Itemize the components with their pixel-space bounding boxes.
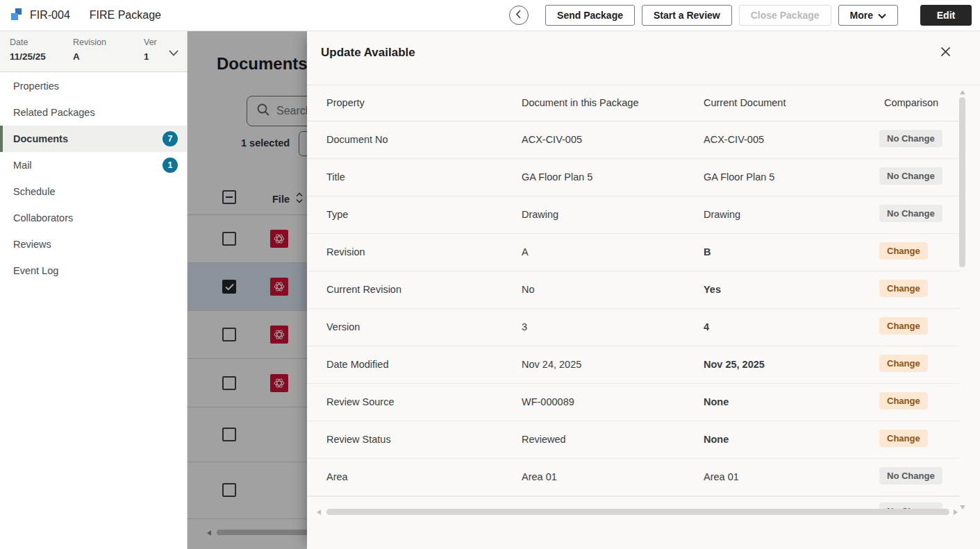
comparison-badge: Change [879, 317, 928, 335]
package-value: GA Floor Plan 5 [522, 171, 592, 183]
comparison-row: Current Revision No Yes Change [307, 271, 960, 309]
current-value: GA Floor Plan 5 [704, 171, 774, 183]
col-current: Current Document [704, 97, 786, 108]
meta-date: Date 11/25/25 [10, 37, 46, 62]
edit-button[interactable]: Edit [920, 5, 972, 26]
sidebar-item-label: Schedule [13, 186, 55, 197]
back-button[interactable] [509, 6, 529, 25]
comparison-badge: No Change [879, 467, 942, 484]
sidebar-item-documents[interactable]: Documents 7 [0, 126, 187, 152]
comparison-row: Title GA Floor Plan 5 GA Floor Plan 5 No… [307, 159, 960, 196]
comparison-badge: No Change [879, 205, 942, 222]
comparison-badge: No Change [879, 130, 942, 147]
send-package-button[interactable]: Send Package [545, 5, 635, 26]
sidebar-item-mail[interactable]: Mail 1 [0, 152, 187, 178]
revision-value: A [73, 51, 80, 62]
comparison-row: Review Status Reviewed None Change [307, 421, 960, 459]
comparison-badge: Change [879, 242, 928, 260]
package-meta-bar: Date 11/25/25 Revision A Ver 1 [0, 31, 187, 72]
comparison-badge: No Change [879, 502, 942, 509]
date-label: Date [10, 37, 46, 47]
package-id: FIR-004 [30, 9, 70, 22]
close-icon[interactable] [940, 47, 951, 60]
package-value: Reviewed [522, 434, 566, 445]
modal-horizontal-scrollbar[interactable] [326, 509, 949, 515]
current-value: B [704, 246, 711, 257]
date-value: 11/25/25 [10, 51, 46, 62]
meta-version: Ver 1 [144, 37, 157, 62]
more-button[interactable]: More [838, 5, 898, 26]
sidebar-item-schedule[interactable]: Schedule [0, 178, 187, 205]
comparison-badge: Change [879, 355, 928, 372]
ver-value: 1 [144, 51, 149, 62]
current-value: Nov 25, 2025 [704, 359, 765, 370]
sidebar-item-event-log[interactable]: Event Log [0, 257, 187, 284]
current-value: 4 [704, 321, 709, 332]
meta-expand-chevron-icon[interactable] [169, 47, 178, 59]
property-name: Current Revision [326, 284, 401, 295]
sidebar-menu: Properties Related Packages Documents 7 … [0, 72, 187, 284]
property-name: Type [326, 209, 348, 220]
property-name: Title [326, 171, 345, 183]
package-value: Nov 24, 2025 [522, 359, 581, 370]
property-name: Date Modified [326, 359, 388, 370]
comparison-row: Version 3 4 Change [307, 309, 960, 346]
sidebar-item-label: Collaborators [13, 212, 73, 223]
property-name: Document No [326, 134, 388, 145]
comparison-row: Date Modified Nov 24, 2025 Nov 25, 2025 … [307, 346, 960, 384]
package-value: 3 [522, 321, 527, 332]
close-package-button[interactable]: Close Package [739, 5, 831, 26]
current-value: Yes [704, 284, 721, 295]
vscroll-up-arrow-icon[interactable] [960, 90, 965, 94]
modal-title: Update Available [321, 46, 415, 60]
comparison-row: Document No ACX-CIV-005 ACX-CIV-005 No C… [307, 121, 960, 159]
meta-revision: Revision A [73, 37, 106, 62]
comparison-row: Review Source WF-000089 None Change [307, 384, 960, 421]
sidebar-item-label: Event Log [13, 265, 58, 276]
sidebar-item-label: Documents [13, 133, 68, 144]
vscroll-down-arrow-icon[interactable] [960, 505, 965, 509]
update-available-modal: Update Available Property Document in th… [307, 31, 980, 549]
property-name: Review Status [326, 434, 391, 445]
sidebar-item-label: Mail [13, 160, 32, 171]
package-value: A [522, 246, 529, 257]
modal-vertical-scrollbar[interactable] [959, 97, 965, 267]
current-value: Area 01 [704, 471, 739, 482]
mail-count-badge: 1 [163, 158, 178, 173]
top-bar: FIR-004 FIRE Package Send Package Start … [0, 0, 980, 31]
comparison-badge: Change [879, 430, 928, 447]
comparison-row: Area Area 01 Area 01 No Change [307, 459, 960, 496]
current-value: Drawing [704, 209, 740, 220]
package-value: Area 01 [522, 471, 557, 482]
col-property: Property [326, 97, 365, 108]
comparison-row: Type Drawing Drawing No Change [307, 196, 960, 234]
sidebar-item-reviews[interactable]: Reviews [0, 231, 187, 257]
hscroll-left-arrow-icon[interactable] [317, 509, 321, 515]
chevron-left-icon [514, 9, 524, 22]
property-name: Version [326, 321, 360, 332]
sidebar: Date 11/25/25 Revision A Ver 1 Propertie… [0, 31, 188, 549]
hscroll-right-arrow-icon[interactable] [954, 509, 958, 515]
package-value: WF-000089 [522, 396, 574, 407]
property-name: Revision [326, 246, 365, 257]
revision-label: Revision [73, 37, 106, 47]
chevron-down-icon [878, 10, 886, 21]
package-value: No [522, 284, 535, 295]
sidebar-item-related-packages[interactable]: Related Packages [0, 99, 187, 126]
package-header: FIR-004 FIRE Package [0, 8, 161, 24]
package-icon [10, 8, 23, 24]
current-value: ACX-CIV-005 [704, 134, 764, 145]
start-review-button[interactable]: Start a Review [642, 5, 732, 26]
comparison-table-header: Property Document in this Package Curren… [307, 85, 960, 121]
comparison-row-partial: No Change [307, 496, 960, 509]
sidebar-item-collaborators[interactable]: Collaborators [0, 205, 187, 231]
comparison-badge: No Change [879, 167, 942, 185]
ver-label: Ver [144, 37, 157, 47]
current-value: None [704, 396, 729, 407]
more-button-label: More [850, 10, 873, 21]
package-value: ACX-CIV-005 [522, 134, 582, 145]
toolbar: Send Package Start a Review Close Packag… [509, 5, 980, 26]
comparison-badge: Change [879, 280, 928, 297]
sidebar-item-properties[interactable]: Properties [0, 73, 187, 99]
package-title: FIRE Package [90, 9, 161, 22]
